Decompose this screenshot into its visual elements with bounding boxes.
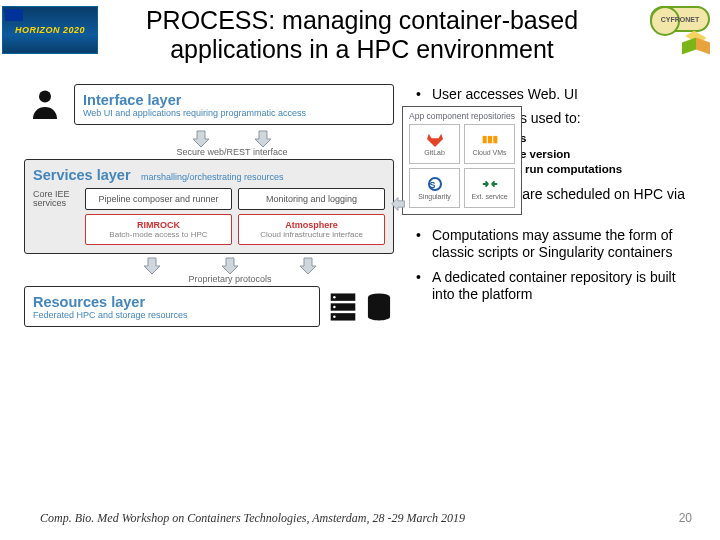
svg-rect-8 — [482, 136, 486, 143]
user-icon — [24, 84, 66, 125]
resources-layer-subtitle: Federated HPC and storage resources — [33, 311, 311, 320]
slide-header: HORIZON 2020 PROCESS: managing container… — [0, 0, 720, 64]
cyfronet-badge: CYFRONET — [650, 6, 710, 32]
ext-service-icon — [481, 176, 499, 192]
repo-ext-service: Ext. service — [464, 168, 515, 208]
interface-layer-title: Interface layer — [83, 92, 181, 108]
rimrock-box: RIMROCKBatch-mode access to HPC — [85, 214, 232, 245]
svg-point-0 — [39, 91, 51, 103]
repo-gitlab: GitLab — [409, 124, 460, 164]
svg-point-6 — [333, 315, 335, 317]
hardware-icons — [328, 291, 394, 323]
down-arrow-icon — [297, 256, 319, 276]
app-repo-box: App component repositories GitLab Cloud … — [402, 106, 522, 215]
bullet-5: A dedicated container repository is buil… — [412, 269, 700, 303]
services-layer-box: Services layer marshalling/orchestrating… — [24, 159, 394, 254]
singularity-icon: S — [426, 176, 444, 192]
bullet-4: Computations may assume the form of clas… — [412, 227, 700, 261]
footer-text: Comp. Bio. Med Workshop on Containers Te… — [40, 511, 465, 526]
page-number: 20 — [679, 511, 692, 526]
slide-content: Interface layer Web UI and applications … — [0, 64, 720, 328]
services-layer-subtitle: marshalling/orchestrating resources — [141, 172, 284, 182]
server-rack-icon — [328, 291, 358, 323]
dice-cube-icon — [682, 34, 710, 58]
down-arrow-icon — [141, 256, 163, 276]
atmosphere-box: AtmosphereCloud infrastructure interface — [238, 214, 385, 245]
svg-rect-10 — [493, 136, 497, 143]
down-arrow-icon — [252, 129, 274, 149]
h2020-text: HORIZON 2020 — [15, 25, 85, 35]
secure-interface-label: Secure web/REST interface — [70, 147, 394, 157]
svg-point-4 — [333, 296, 335, 298]
eu-flag-icon — [5, 9, 23, 21]
cyfronet-logo-group: CYFRONET — [626, 6, 710, 58]
resources-layer-title: Resources layer — [33, 294, 145, 310]
arrow-row-2 — [66, 256, 394, 276]
bullet-1: User accesses Web. UI — [412, 86, 700, 103]
interface-layer-box: Interface layer Web UI and applications … — [74, 84, 394, 125]
down-arrow-icon — [219, 256, 241, 276]
resources-row: Resources layer Federated HPC and storag… — [24, 286, 394, 327]
interface-layer-subtitle: Web UI and applications requiring progra… — [83, 109, 385, 118]
core-iee-label: Core IEE services — [33, 188, 79, 210]
proprietary-label: Proprietary protocols — [66, 274, 394, 284]
app-repo-arrow — [390, 196, 406, 214]
svg-rect-9 — [487, 136, 491, 143]
gitlab-icon — [426, 132, 444, 148]
horizon2020-logo: HORIZON 2020 — [2, 6, 98, 54]
arrow-row-1 — [70, 129, 394, 149]
repo-cloudvms: Cloud VMs — [464, 124, 515, 164]
svg-point-5 — [333, 305, 335, 307]
down-arrow-icon — [190, 129, 212, 149]
repo-singularity: SSingularity — [409, 168, 460, 208]
slide-title: PROCESS: managing container-based applic… — [98, 6, 626, 64]
monitoring-box: Monitoring and logging — [238, 188, 385, 210]
aws-cloud-icon — [481, 132, 499, 148]
app-repo-title: App component repositories — [409, 111, 515, 121]
architecture-diagram: Interface layer Web UI and applications … — [24, 84, 394, 328]
database-icon — [364, 291, 394, 323]
slide-footer: Comp. Bio. Med Workshop on Containers Te… — [0, 511, 720, 526]
resources-layer-box: Resources layer Federated HPC and storag… — [24, 286, 320, 327]
pipeline-box: Pipeline composer and runner — [85, 188, 232, 210]
services-layer-title: Services layer — [33, 167, 131, 183]
